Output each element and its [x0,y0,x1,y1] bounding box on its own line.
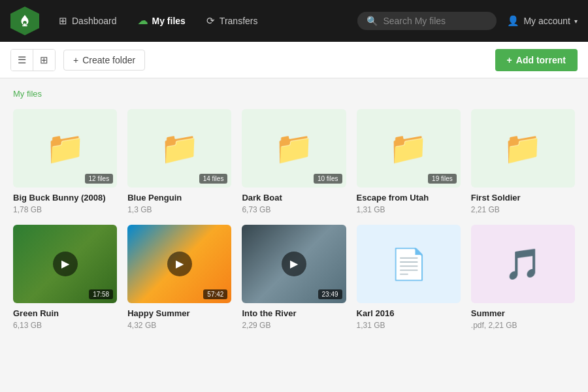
folder-thumbnail: 📁 14 files [127,109,231,188]
file-item[interactable]: 📁 19 files Escape from Utah 1,31 GB [357,109,461,214]
file-item[interactable]: 📁 12 files Big Buck Bunny (2008) 1,78 GB [13,109,117,214]
add-torrent-label: Add torrent [516,55,566,65]
play-button-overlay: ▶ [167,252,192,276]
file-name: Dark Boat [242,193,346,204]
video-thumbnail: ▶ 23:49 [242,225,346,303]
folder-icon: 📁 [160,130,199,167]
folder-icon: 📁 [46,130,85,167]
view-toggle: ☰ ⊞ [10,49,56,71]
file-count-badge: 14 files [199,174,228,184]
file-meta: 1,31 GB [357,321,461,330]
app-logo[interactable] [10,7,39,35]
myfiles-icon: ☁ [138,15,148,27]
grid-view-button[interactable]: ⊞ [33,50,55,71]
file-item[interactable]: ▶ 17:58 Green Ruin 6,13 GB [13,225,117,330]
file-name: Into the River [242,308,346,319]
search-container[interactable]: 🔍 [357,12,497,30]
file-name: Karl 2016 [357,308,461,319]
toolbar: ☰ ⊞ + Create folder + Add torrent [0,42,588,78]
plus-icon: + [73,55,78,65]
list-view-button[interactable]: ☰ [11,50,33,71]
folder-icon: 📁 [274,130,314,167]
file-name: Green Ruin [13,308,117,319]
file-meta: 4,32 GB [127,321,231,330]
my-account-menu[interactable]: 👤 My account ▾ [507,15,578,27]
file-name: Escape from Utah [357,193,461,204]
navbar: ⊞ Dashboard ☁ My files ⟳ Transfers 🔍 👤 M… [0,0,588,42]
file-meta: 1,31 GB [357,205,461,214]
document-icon: 📄 [390,246,427,282]
file-count-badge: 19 files [428,174,457,184]
file-meta: 2,21 GB [471,205,575,214]
file-meta: 6,73 GB [242,205,346,214]
file-count-badge: 10 files [314,174,342,184]
add-torrent-button[interactable]: + Add torrent [495,49,578,71]
file-meta: 2,29 GB [242,321,346,330]
video-duration-badge: 23:49 [318,289,342,299]
myfiles-label: My files [152,16,186,26]
document-thumbnail: 📄 [357,225,461,303]
breadcrumb[interactable]: My files [13,89,575,99]
search-icon: 🔍 [367,16,378,26]
play-button-overlay: ▶ [53,252,78,276]
folder-thumbnail: 📁 10 files [242,109,346,188]
search-input[interactable] [383,16,487,26]
file-name: Big Buck Bunny (2008) [13,193,117,204]
file-item[interactable]: 📄 Karl 2016 1,31 GB [357,225,461,330]
folder-thumbnail: 📁 12 files [13,109,117,188]
file-name: Summer [471,308,575,319]
file-name: Happy Summer [127,308,231,319]
dashboard-icon: ⊞ [59,15,67,27]
chevron-down-icon: ▾ [574,18,578,25]
main-content: My files 📁 12 files Big Buck Bunny (2008… [0,78,588,340]
file-item[interactable]: 🎵 Summer .pdf, 2,21 GB [471,225,575,330]
nav-dashboard[interactable]: ⊞ Dashboard [50,10,126,32]
video-thumbnail: ▶ 17:58 [13,225,117,303]
my-account-label: My account [523,16,570,26]
folder-icon: 📁 [389,130,428,167]
music-icon: 🎵 [504,246,542,282]
file-meta: 1,78 GB [13,205,117,214]
file-item[interactable]: ▶ 57:42 Happy Summer 4,32 GB [127,225,231,330]
file-meta: .pdf, 2,21 GB [471,321,575,330]
transfers-icon: ⟳ [206,15,215,27]
folder-thumbnail: 📁 19 files [357,109,461,188]
account-icon: 👤 [507,15,519,27]
add-torrent-plus-icon: + [507,55,512,65]
nav-links: ⊞ Dashboard ☁ My files ⟳ Transfers [50,10,347,32]
file-meta: 6,13 GB [13,321,117,330]
folder-thumbnail: 📁 [471,109,575,188]
folder-icon: 📁 [503,130,542,167]
create-folder-label: Create folder [82,55,135,65]
toolbar-left: ☰ ⊞ + Create folder [10,49,145,71]
dashboard-label: Dashboard [72,16,117,26]
svg-rect-1 [22,25,27,26]
file-name: Blue Penguin [127,193,231,204]
nav-transfers[interactable]: ⟳ Transfers [197,10,267,32]
file-meta: 1,3 GB [127,205,231,214]
music-thumbnail: 🎵 [471,225,575,303]
file-name: First Soldier [471,193,575,204]
video-duration-badge: 17:58 [89,289,113,299]
file-item[interactable]: ▶ 23:49 Into the River 2,29 GB [242,225,346,330]
transfers-label: Transfers [220,16,258,26]
create-folder-button[interactable]: + Create folder [63,50,145,71]
nav-myfiles[interactable]: ☁ My files [129,10,195,32]
file-item[interactable]: 📁 14 files Blue Penguin 1,3 GB [127,109,231,214]
video-thumbnail: ▶ 57:42 [127,225,231,303]
file-grid: 📁 12 files Big Buck Bunny (2008) 1,78 GB… [13,109,575,330]
file-item[interactable]: 📁 10 files Dark Boat 6,73 GB [242,109,346,214]
play-button-overlay: ▶ [282,252,306,276]
file-count-badge: 12 files [85,174,114,184]
video-duration-badge: 57:42 [203,289,227,299]
file-item[interactable]: 📁 First Soldier 2,21 GB [471,109,575,214]
